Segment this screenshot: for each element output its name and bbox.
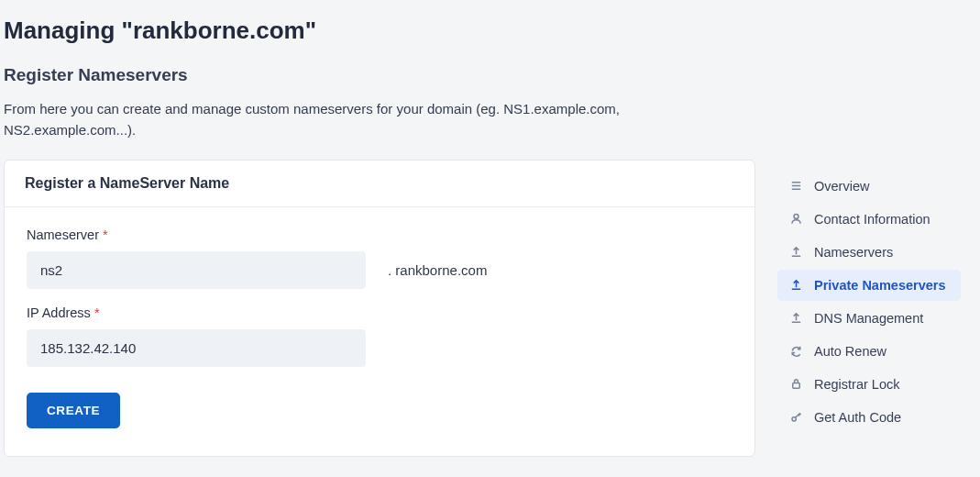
sidebar-item-private-nameservers[interactable]: Private Nameservers — [777, 270, 961, 301]
sidebar-item-label: Auto Renew — [814, 344, 886, 359]
user-icon — [788, 212, 803, 227]
page-title: Managing "rankborne.com" — [0, 0, 980, 45]
sidebar-item-overview[interactable]: Overview — [777, 171, 961, 202]
sidebar-item-label: Nameservers — [814, 245, 893, 260]
sidebar-item-label: Contact Information — [814, 212, 930, 227]
section-description: From here you can create and manage cust… — [0, 85, 660, 141]
sidebar-item-label: DNS Management — [814, 311, 923, 326]
register-nameserver-card: Register a NameServer Name Nameserver * … — [4, 160, 755, 457]
upload-icon — [788, 311, 803, 326]
ip-label: IP Address * — [27, 305, 732, 320]
nameserver-suffix: . rankborne.com — [388, 262, 487, 278]
required-marker: * — [94, 305, 100, 320]
nameserver-input[interactable] — [27, 251, 366, 289]
sidebar-item-dns-management[interactable]: DNS Management — [777, 303, 961, 334]
upload-icon — [788, 278, 803, 293]
svg-rect-4 — [792, 383, 799, 389]
refresh-icon — [788, 344, 803, 359]
card-header: Register a NameServer Name — [5, 161, 754, 207]
svg-point-3 — [794, 214, 798, 218]
lock-icon — [788, 377, 803, 392]
sidebar-item-label: Private Nameservers — [814, 278, 946, 293]
ip-input[interactable] — [27, 329, 366, 367]
sidebar-item-registrar-lock[interactable]: Registrar Lock — [777, 369, 961, 400]
sidebar-item-label: Registrar Lock — [814, 377, 899, 392]
sidebar-item-get-auth-code[interactable]: Get Auth Code — [777, 402, 961, 433]
upload-icon — [788, 245, 803, 260]
list-icon — [788, 179, 803, 194]
sidebar-item-auto-renew[interactable]: Auto Renew — [777, 336, 961, 367]
key-icon — [788, 410, 803, 425]
required-marker: * — [103, 227, 108, 242]
create-button[interactable]: CREATE — [27, 393, 120, 428]
sidebar-item-label: Overview — [814, 179, 869, 194]
sidebar-item-contact-information[interactable]: Contact Information — [777, 204, 961, 235]
sidebar-item-nameservers[interactable]: Nameservers — [777, 237, 961, 268]
section-title: Register Nameservers — [0, 45, 980, 85]
nameserver-label: Nameserver * — [27, 227, 732, 242]
sidebar-item-label: Get Auth Code — [814, 410, 901, 425]
sidebar-nav: Overview Contact Information Nameservers… — [777, 160, 961, 435]
